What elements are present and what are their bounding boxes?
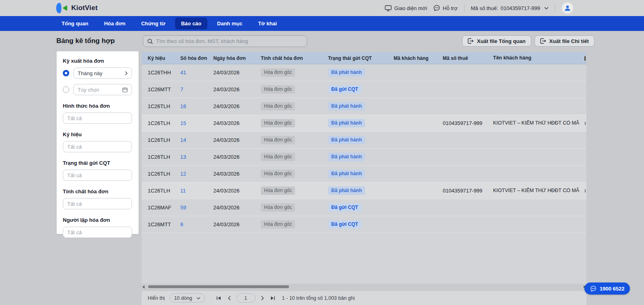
user-avatar[interactable] xyxy=(562,2,573,14)
pagination-summary: 1 - 10 trên tổng số 1,003 bản ghi xyxy=(282,295,355,301)
nature-badge: Hóa đơn gốc xyxy=(261,170,295,178)
invoice-nature: Hóa đơn gốc xyxy=(261,136,328,144)
filter-input[interactable] xyxy=(63,113,132,124)
invoice-number[interactable]: 41 xyxy=(180,70,186,76)
export-detail-button[interactable]: Xuất file Chi tiết xyxy=(535,35,594,47)
table-row[interactable]: 1C26TLH1424/03/2026Hóa đơn gốcĐã phát hà… xyxy=(142,132,586,149)
next-page-button[interactable] xyxy=(259,295,266,302)
invoice-number-link[interactable]: 11 xyxy=(180,188,213,194)
invoice-number-link[interactable]: 41 xyxy=(180,70,213,76)
table-row[interactable]: 1C26TLH1124/03/2026Hóa đơn gốcĐã phát hà… xyxy=(142,182,586,199)
cqt-status: Đã phát hành xyxy=(328,186,394,194)
support-label: Hỗ trợ xyxy=(443,5,458,11)
table-row[interactable]: 1C26THH4124/03/2026Hóa đơn gốcĐã phát hà… xyxy=(142,64,586,81)
customer-name: KIOTVIET – KIỂM THỬ HĐĐT CÓ MÃ xyxy=(493,120,586,127)
filter-input[interactable] xyxy=(63,141,132,152)
nav-item-chứng-từ[interactable]: Chứng từ xyxy=(135,18,171,29)
cqt-status: Đã phát hành xyxy=(328,153,394,161)
invoice-number[interactable]: 59 xyxy=(180,205,186,211)
invoice-number-link[interactable]: 16 xyxy=(180,103,213,109)
table-row[interactable]: 1C26TLH1324/03/2026Hóa đơn gốcĐã phát hà… xyxy=(142,149,586,166)
table-row[interactable]: 1C26TLH1624/03/2026Hóa đơn gốcĐã phát hà… xyxy=(142,98,586,115)
export-icon xyxy=(540,38,546,44)
period-option-this-month[interactable]: Tháng này xyxy=(63,68,132,79)
table-row[interactable]: 1C26TLH1524/03/2026Hóa đơn gốcĐã phát hà… xyxy=(142,115,586,132)
nav-item-báo-cáo[interactable]: Báo cáo xyxy=(175,18,208,29)
invoice-number[interactable]: 16 xyxy=(180,103,186,109)
invoice-number[interactable]: 13 xyxy=(180,154,186,160)
invoice-nature: Hóa đơn gốc xyxy=(261,102,328,110)
invoice-symbol: 1C26MAF xyxy=(142,205,180,211)
cqt-status: Đã gửi CQT xyxy=(328,85,394,93)
period-custom-field[interactable]: Tùy chọn xyxy=(73,84,132,95)
scroll-left-arrow-icon[interactable] xyxy=(142,285,144,289)
invoice-date: 24/03/2026 xyxy=(213,86,261,92)
nav-item-hóa-đơn[interactable]: Hóa đơn xyxy=(98,18,131,29)
page-size-value: 10 dòng xyxy=(174,295,192,301)
filter-input[interactable] xyxy=(63,170,132,181)
table-row[interactable]: 1C26MTT624/03/2026Hóa đơn gốcĐã gửi CQT xyxy=(142,216,586,233)
filter-input[interactable] xyxy=(63,198,132,209)
nav-item-tờ-khai[interactable]: Tờ khai xyxy=(252,18,283,29)
invoice-date: 24/03/2026 xyxy=(213,205,261,211)
column-header: Trạng thái gửi CQT xyxy=(328,55,394,61)
scrollbar-thumb[interactable] xyxy=(148,285,289,288)
last-page-button[interactable] xyxy=(269,295,277,302)
invoice-number-link[interactable]: 14 xyxy=(180,137,213,143)
invoice-number-link[interactable]: 13 xyxy=(180,154,213,160)
invoice-number[interactable]: 7 xyxy=(180,86,183,92)
brand-logo[interactable]: KiotViet xyxy=(56,2,98,14)
tax-code-label: Mã số thuế: xyxy=(471,5,498,11)
period-option-custom[interactable]: Tùy chọn xyxy=(63,84,132,95)
cqt-status: Đã gửi CQT xyxy=(328,220,394,228)
column-header: Ngày hóa đơn xyxy=(213,55,261,61)
page-size-select[interactable]: 10 dòng xyxy=(169,293,204,303)
new-interface-link[interactable]: Giao diện mới xyxy=(385,5,427,11)
invoice-nature: Hóa đơn gốc xyxy=(261,170,328,178)
export-detail-label: Xuất file Chi tiết xyxy=(549,38,589,44)
search-input[interactable] xyxy=(156,38,303,44)
new-interface-label: Giao diện mới xyxy=(394,5,427,11)
invoice-number[interactable]: 15 xyxy=(180,120,186,126)
period-this-month-field[interactable]: Tháng này xyxy=(73,68,132,79)
first-page-button[interactable] xyxy=(215,295,223,302)
main-nav: Tổng quanHóa đơnChứng từBáo cáoDanh mụcT… xyxy=(0,16,644,31)
filter-input[interactable] xyxy=(63,227,132,238)
invoice-number[interactable]: 12 xyxy=(180,171,186,177)
table-row[interactable]: 1C26MAF5924/03/2026Hóa đơn gốcĐã gửi CQT xyxy=(142,199,586,216)
invoice-number[interactable]: 14 xyxy=(180,137,186,143)
horizontal-scrollbar[interactable] xyxy=(142,285,586,289)
previous-page-button[interactable] xyxy=(226,295,233,302)
invoice-nature: Hóa đơn gốc xyxy=(261,85,328,93)
filter-groups: Hình thức hóa đơnKý hiệuTrạng thái gửi C… xyxy=(63,103,132,238)
current-page-input[interactable]: 1 xyxy=(236,293,256,303)
invoice-number-link[interactable]: 7 xyxy=(180,86,213,92)
period-filter-label: Kỳ xuất hóa đơn xyxy=(63,58,132,64)
nature-badge: Hóa đơn gốc xyxy=(261,102,295,110)
invoice-date: 24/03/2026 xyxy=(213,221,261,227)
table-row[interactable]: 1C26TLH1224/03/2026Hóa đơn gốcĐã phát hà… xyxy=(142,166,586,182)
radio-unselected[interactable] xyxy=(63,86,69,93)
status-badge: Đã gửi CQT xyxy=(328,85,361,93)
hotline-button[interactable]: 1900 6522 xyxy=(584,282,630,295)
support-link[interactable]: Hỗ trợ xyxy=(433,5,458,11)
radio-selected[interactable] xyxy=(63,70,69,76)
invoice-number-link[interactable]: 15 xyxy=(180,120,213,126)
invoice-number-link[interactable]: 59 xyxy=(180,205,213,211)
invoice-number[interactable]: 6 xyxy=(180,221,183,227)
nav-item-tổng-quan[interactable]: Tổng quan xyxy=(56,18,94,29)
invoice-number[interactable]: 11 xyxy=(180,188,186,194)
table-body: 1C26THH4124/03/2026Hóa đơn gốcĐã phát hà… xyxy=(142,64,586,233)
calendar-icon xyxy=(122,87,128,92)
table-row[interactable]: 1C26MTT724/03/2026Hóa đơn gốcĐã gửi CQT xyxy=(142,81,586,98)
chat-bubble-icon xyxy=(433,5,440,11)
nav-item-danh-mục[interactable]: Danh mục xyxy=(211,18,248,29)
invoice-number-link[interactable]: 12 xyxy=(180,171,213,177)
nature-badge: Hóa đơn gốc xyxy=(261,153,295,161)
search-bar[interactable] xyxy=(143,35,307,47)
export-overview-button[interactable]: Xuất file Tổng quan xyxy=(462,35,531,47)
tax-code-dropdown[interactable]: Mã số thuế: 0104359717-999 xyxy=(471,5,549,11)
invoice-number-link[interactable]: 6 xyxy=(180,221,213,227)
chevron-right-icon xyxy=(125,71,128,76)
invoice-date: 24/03/2026 xyxy=(213,188,261,194)
